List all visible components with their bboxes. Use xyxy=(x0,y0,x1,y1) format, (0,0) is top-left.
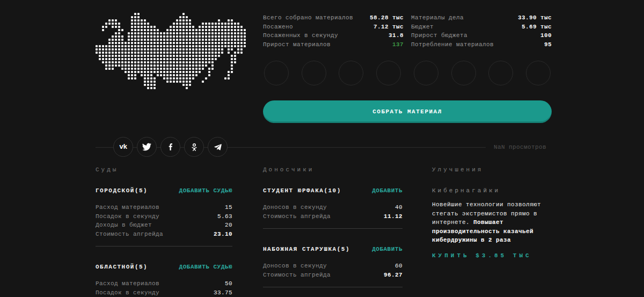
map-dot xyxy=(153,29,156,31)
map-dot xyxy=(163,68,165,70)
column-header-informers: Доносчики xyxy=(263,166,402,173)
add-judge-link[interactable]: ДОБАВИТЬ СУДЬЮ xyxy=(179,264,232,270)
map-dot xyxy=(189,55,191,57)
map-dot xyxy=(157,45,159,47)
map-dot xyxy=(125,68,127,70)
map-dot xyxy=(166,42,169,44)
map-dot xyxy=(179,58,181,60)
item-stat-label: Посадок в секунду xyxy=(96,212,159,221)
map-dot xyxy=(141,48,143,50)
stat-row: Посажено7.12 тыс xyxy=(263,23,404,32)
map-dot xyxy=(179,64,181,67)
map-dot xyxy=(163,71,165,73)
map-dot xyxy=(176,58,178,60)
map-dot xyxy=(215,39,217,41)
map-dot xyxy=(176,39,178,41)
social-twitter-button[interactable] xyxy=(137,137,157,157)
add-judge-link[interactable]: ДОБАВИТЬ СУДЬЮ xyxy=(179,187,232,194)
map-dot xyxy=(218,45,220,47)
map-dot xyxy=(128,42,130,44)
social-telegram-button[interactable] xyxy=(208,137,228,157)
map-dot xyxy=(128,64,130,67)
map-dot xyxy=(189,61,191,63)
map-dot xyxy=(153,87,156,89)
russia-dot-map xyxy=(96,13,247,90)
stat-row: Материалы дела33.90 тыс xyxy=(411,13,552,23)
map-dot xyxy=(163,45,165,47)
map-dot xyxy=(112,68,114,70)
map-dot xyxy=(134,26,136,28)
map-dot xyxy=(153,26,156,28)
map-dot xyxy=(170,81,172,83)
map-dot xyxy=(182,35,185,38)
item-head: НАБОЖНАЯ СТАРУШКА(5)ДОБАВИТЬ xyxy=(263,246,402,252)
map-dot xyxy=(137,13,140,15)
map-dot xyxy=(208,61,210,63)
map-dot xyxy=(179,68,181,70)
map-dot xyxy=(192,42,194,44)
map-dot xyxy=(163,61,165,63)
stat-value: 5.69 тыс xyxy=(522,23,552,32)
map-dot xyxy=(192,77,194,79)
map-dot xyxy=(228,45,230,47)
top-right-panel: Всего собрано материалов58.28 тысПосажен… xyxy=(263,13,552,123)
map-dot xyxy=(211,26,214,28)
map-dot xyxy=(125,52,127,54)
map-dot xyxy=(144,77,146,79)
map-dot xyxy=(128,35,130,38)
map-dot xyxy=(179,39,181,41)
map-dot xyxy=(189,74,191,76)
map-dot xyxy=(195,42,197,44)
map-dot xyxy=(131,52,133,54)
map-dot xyxy=(150,68,152,70)
map-dot xyxy=(144,35,146,38)
map-dot xyxy=(176,35,178,38)
map-dot xyxy=(240,45,243,47)
map-dot xyxy=(137,58,140,60)
map-dot xyxy=(231,39,233,41)
map-dot xyxy=(137,71,140,73)
map-dot xyxy=(199,68,201,70)
social-odnoklassniki-button[interactable] xyxy=(184,137,204,157)
map-dot xyxy=(199,32,201,34)
buy-upgrade-link[interactable]: КУПИТЬ $3.85 ТЫС xyxy=(432,252,532,259)
map-dot xyxy=(170,58,172,60)
map-dot xyxy=(166,81,169,83)
stat-value: 137 xyxy=(392,40,404,49)
collect-material-button[interactable]: СОБРАТЬ МАТЕРИАЛ xyxy=(263,100,552,123)
map-dot xyxy=(160,52,162,54)
map-dot xyxy=(153,55,156,57)
map-dot xyxy=(195,58,197,60)
map-dot xyxy=(128,45,130,47)
add-informer-link[interactable]: ДОБАВИТЬ xyxy=(372,246,402,252)
map-dot xyxy=(147,35,149,38)
map-dot xyxy=(134,13,136,15)
map-dot xyxy=(231,23,233,25)
map-dot xyxy=(153,45,156,47)
map-dot xyxy=(244,39,246,41)
map-dot xyxy=(108,48,111,50)
map-dot xyxy=(202,58,204,60)
upgrade-name: Кибернагайки xyxy=(432,187,549,194)
map-dot xyxy=(170,35,172,38)
map-dot xyxy=(228,71,230,73)
map-dot xyxy=(144,32,146,34)
map-dot xyxy=(199,61,201,63)
map-dot xyxy=(153,42,156,44)
item-stat-label: Расход материалов xyxy=(96,203,159,212)
map-dot xyxy=(182,84,185,86)
map-dot xyxy=(153,39,156,41)
map-dot xyxy=(182,19,185,21)
map-dot xyxy=(134,45,136,47)
social-vk-button[interactable]: vk xyxy=(113,137,133,157)
map-dot xyxy=(231,45,233,47)
map-dot xyxy=(228,39,230,41)
item-rows: Расход материалов50Посадок в секунду33.7… xyxy=(96,279,232,297)
map-dot xyxy=(131,39,133,41)
map-dot xyxy=(215,55,217,57)
map-dot xyxy=(131,45,133,47)
map-dot xyxy=(182,39,185,41)
map-dot xyxy=(205,32,207,34)
social-facebook-button[interactable] xyxy=(160,137,180,157)
add-informer-link[interactable]: ДОБАВИТЬ xyxy=(372,187,402,194)
